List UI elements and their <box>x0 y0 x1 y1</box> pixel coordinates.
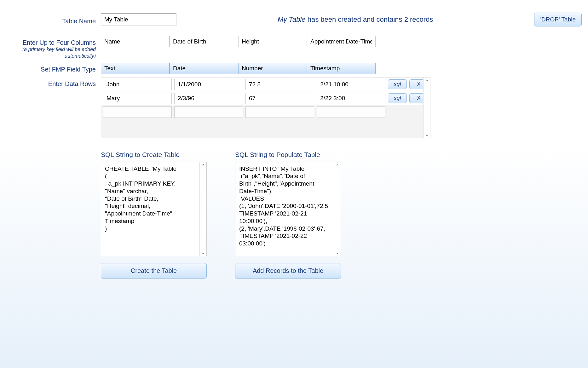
field-type-2[interactable]: Number <box>238 63 307 74</box>
scroll-up-icon[interactable]: ^ <box>336 162 338 169</box>
drop-table-button[interactable]: 'DROP' Table <box>534 13 582 26</box>
table-name-input[interactable] <box>101 13 176 26</box>
cell-r2-c1[interactable] <box>174 106 243 118</box>
scroll-up-icon[interactable]: ^ <box>426 78 428 84</box>
data-rows-scrollbar[interactable]: ^ ⌄ <box>423 78 430 138</box>
label-enter-columns-main: Enter Up to Four Columns <box>23 39 96 46</box>
column-name-3[interactable] <box>307 36 376 47</box>
column-name-0[interactable] <box>101 36 170 47</box>
row-sql-button[interactable]: sql <box>388 79 407 89</box>
column-name-1[interactable] <box>170 36 238 47</box>
field-type-grid: Text Date Number Timestamp <box>101 63 376 74</box>
cell-r0-c1[interactable] <box>174 79 243 90</box>
label-data-rows: Enter Data Rows <box>6 77 101 88</box>
cell-r1-c2[interactable] <box>245 93 314 104</box>
scroll-down-icon[interactable]: ⌄ <box>201 249 205 256</box>
cell-r1-c1[interactable] <box>174 93 243 104</box>
sql-populate-scrollbar[interactable]: ^ ⌄ <box>334 162 341 256</box>
cell-r2-c0[interactable] <box>103 106 172 118</box>
label-enter-columns-sub: (a primary key field will be added autom… <box>6 46 96 60</box>
cell-r2-c3[interactable] <box>317 106 385 118</box>
scroll-down-icon[interactable]: ⌄ <box>425 131 429 138</box>
cell-r0-c2[interactable] <box>245 79 314 90</box>
cell-r0-c3[interactable] <box>317 79 385 90</box>
status-table-name: My Table <box>278 15 305 23</box>
sql-create-textarea[interactable]: CREATE TABLE "My Table" ( a_pk INT PRIMA… <box>101 162 199 256</box>
data-rows-area: sql X sql X <box>101 77 430 138</box>
create-table-button[interactable]: Create the Table <box>101 263 207 279</box>
data-row: sql X <box>101 91 430 105</box>
status-rest: has been created and contains 2 records <box>306 15 433 23</box>
field-type-1[interactable]: Date <box>170 63 238 74</box>
add-records-button[interactable]: Add Records to the Table <box>235 263 341 279</box>
label-table-name: Table Name <box>6 14 101 25</box>
data-row: sql X <box>101 78 430 91</box>
data-rows-blank-area <box>101 119 430 138</box>
row-sql-button[interactable]: sql <box>388 93 407 103</box>
data-row-empty <box>101 105 430 119</box>
status-message: My Table has been created and contains 2… <box>180 15 531 24</box>
sql-populate-block: SQL String to Populate Table INSERT INTO… <box>235 151 341 279</box>
cell-r1-c3[interactable] <box>317 93 385 104</box>
cell-r2-c2[interactable] <box>245 106 314 118</box>
column-name-2[interactable] <box>238 36 307 47</box>
cell-r1-c0[interactable] <box>103 93 172 104</box>
column-names-grid <box>101 36 376 47</box>
label-enter-columns: Enter Up to Four Columns (a primary key … <box>6 36 101 60</box>
scroll-up-icon[interactable]: ^ <box>202 162 204 169</box>
field-type-3[interactable]: Timestamp <box>307 63 376 74</box>
scroll-down-icon[interactable]: ⌄ <box>336 249 339 256</box>
sql-create-block: SQL String to Create Table CREATE TABLE … <box>101 151 207 279</box>
sql-create-scrollbar[interactable]: ^ ⌄ <box>199 162 206 256</box>
sql-populate-textarea[interactable]: INSERT INTO "My Table" ("a_pk","Name","D… <box>235 162 334 256</box>
sql-populate-title: SQL String to Populate Table <box>235 151 341 158</box>
cell-r0-c0[interactable] <box>103 79 172 90</box>
field-type-0[interactable]: Text <box>101 63 170 74</box>
sql-create-title: SQL String to Create Table <box>101 151 207 158</box>
label-field-type: Set FMP Field Type <box>6 63 101 73</box>
